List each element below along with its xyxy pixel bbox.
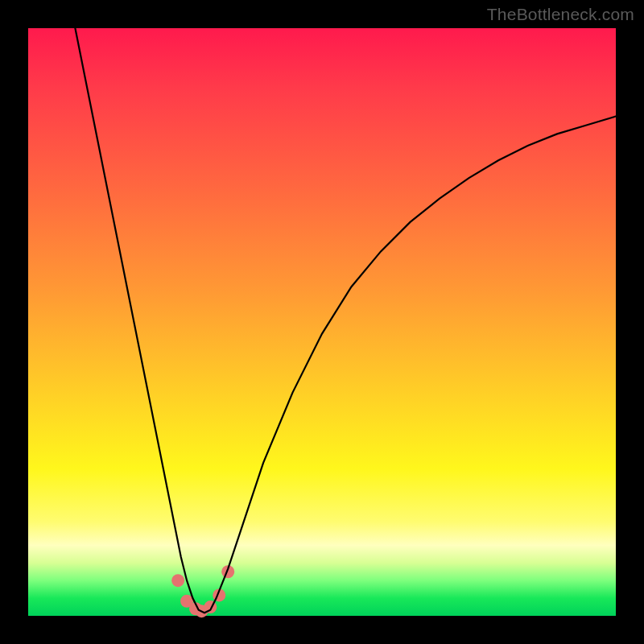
chart-svg [28,28,616,616]
bottleneck-curve [75,28,616,613]
chart-frame: TheBottleneck.com [0,0,644,644]
marker-group [171,565,234,617]
plot-area [28,28,616,616]
watermark-text: TheBottleneck.com [487,5,634,24]
trough-marker [171,574,184,587]
